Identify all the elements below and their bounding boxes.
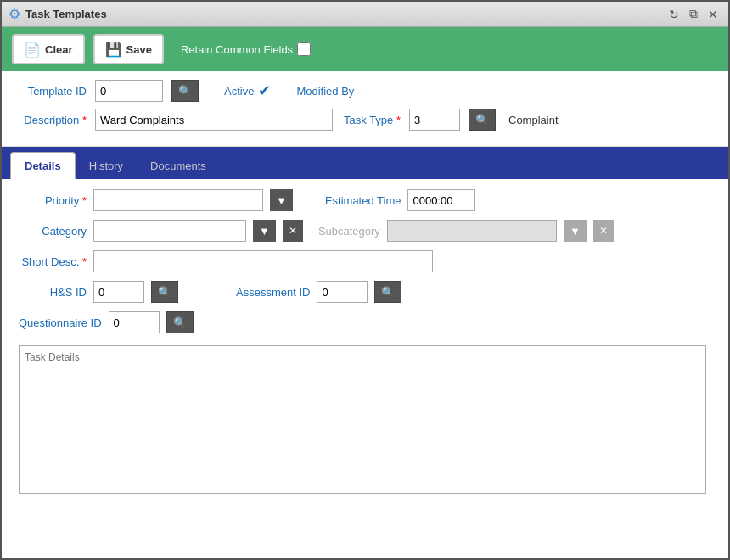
active-checkmark: ✔ bbox=[258, 81, 271, 100]
save-label: Save bbox=[126, 43, 152, 56]
subcategory-input[interactable] bbox=[387, 220, 557, 242]
resize-button[interactable]: ⧉ bbox=[686, 5, 701, 23]
priority-row: Priority ▼ Estimated Time bbox=[19, 189, 711, 211]
priority-dropdown-button[interactable]: ▼ bbox=[270, 189, 293, 211]
save-button[interactable]: 💾 Save bbox=[93, 34, 164, 64]
task-type-name: Complaint bbox=[508, 114, 559, 126]
template-id-input[interactable] bbox=[95, 80, 163, 102]
retain-common-fields-checkbox[interactable] bbox=[297, 42, 311, 56]
assessment-id-label: Assessment ID bbox=[236, 286, 310, 299]
task-type-input[interactable] bbox=[409, 109, 460, 131]
window-icon: ⚙ bbox=[8, 6, 20, 22]
template-id-search-button[interactable]: 🔍 bbox=[171, 80, 199, 102]
clear-label: Clear bbox=[45, 43, 73, 56]
active-section: Active ✔ bbox=[224, 81, 271, 100]
description-input[interactable] bbox=[95, 109, 333, 131]
description-label: Description bbox=[19, 114, 87, 126]
task-details-textarea[interactable] bbox=[19, 345, 706, 494]
hs-id-input[interactable] bbox=[93, 281, 144, 303]
estimated-time-label: Estimated Time bbox=[325, 194, 402, 207]
tab-history[interactable]: History bbox=[76, 152, 137, 179]
toolbar: 📄 Clear 💾 Save Retain Common Fields bbox=[2, 27, 728, 71]
active-label: Active bbox=[224, 85, 254, 98]
window-title: Task Templates bbox=[25, 8, 660, 20]
hs-id-search-button[interactable]: 🔍 bbox=[151, 281, 178, 303]
clear-button[interactable]: 📄 Clear bbox=[12, 34, 85, 64]
refresh-button[interactable]: ↻ bbox=[665, 5, 682, 23]
estimated-time-input[interactable] bbox=[407, 189, 475, 211]
questionnaire-row: Questionnaire ID 🔍 bbox=[19, 311, 711, 333]
short-desc-row: Short Desc. bbox=[19, 250, 711, 272]
category-dropdown-button[interactable]: ▼ bbox=[253, 220, 276, 242]
template-id-label: Template ID bbox=[19, 85, 87, 98]
questionnaire-id-search-button[interactable]: 🔍 bbox=[166, 311, 194, 333]
details-panel: Priority ▼ Estimated Time Category ▼ ✕ S… bbox=[2, 179, 728, 558]
assessment-id-input[interactable] bbox=[317, 281, 368, 303]
priority-input[interactable] bbox=[93, 189, 263, 211]
close-button[interactable]: ✕ bbox=[705, 5, 722, 23]
task-type-label: Task Type bbox=[341, 114, 401, 126]
main-window: ⚙ Task Templates ↻ ⧉ ✕ 📄 Clear 💾 Save Re… bbox=[0, 0, 730, 560]
assessment-id-search-button[interactable]: 🔍 bbox=[374, 281, 402, 303]
questionnaire-id-input[interactable] bbox=[109, 311, 160, 333]
short-desc-label: Short Desc. bbox=[19, 255, 87, 268]
clear-icon: 📄 bbox=[24, 42, 41, 58]
save-icon: 💾 bbox=[105, 42, 122, 58]
tabs-bar: Details History Documents bbox=[2, 147, 728, 179]
window-controls: ↻ ⧉ ✕ bbox=[665, 5, 722, 23]
hs-id-label: H&S ID bbox=[19, 286, 87, 299]
category-row: Category ▼ ✕ Subcategory ▼ ✕ bbox=[19, 220, 711, 242]
subcategory-dropdown-button[interactable]: ▼ bbox=[564, 220, 587, 242]
category-clear-button[interactable]: ✕ bbox=[283, 220, 303, 242]
form-row-2: Description Task Type 🔍 Complaint bbox=[19, 109, 711, 131]
hs-assessment-row: H&S ID 🔍 Assessment ID 🔍 bbox=[19, 281, 711, 303]
modified-by-label: Modified By - bbox=[296, 85, 361, 98]
questionnaire-id-label: Questionnaire ID bbox=[19, 316, 102, 329]
tab-details[interactable]: Details bbox=[10, 152, 76, 179]
title-bar: ⚙ Task Templates ↻ ⧉ ✕ bbox=[2, 2, 728, 27]
form-area: Template ID 🔍 Active ✔ Modified By - Des… bbox=[2, 71, 728, 147]
subcategory-clear-button[interactable]: ✕ bbox=[593, 220, 614, 242]
subcategory-label: Subcategory bbox=[318, 225, 380, 238]
task-type-search-button[interactable]: 🔍 bbox=[469, 109, 496, 131]
retain-common-fields-label: Retain Common Fields bbox=[181, 42, 311, 56]
category-input[interactable] bbox=[93, 220, 246, 242]
form-row-1: Template ID 🔍 Active ✔ Modified By - bbox=[19, 80, 711, 102]
priority-label: Priority bbox=[19, 194, 87, 207]
tab-documents[interactable]: Documents bbox=[137, 152, 220, 179]
retain-label-text: Retain Common Fields bbox=[181, 43, 293, 56]
category-label: Category bbox=[19, 225, 87, 238]
short-desc-input[interactable] bbox=[93, 250, 433, 272]
